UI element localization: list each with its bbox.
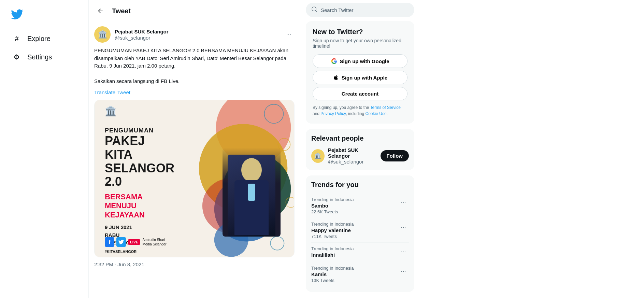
trend-category-1: Trending in Indonesia: [311, 222, 354, 227]
twitter-logo[interactable]: [7, 4, 82, 29]
twitter-bird-icon: [11, 8, 23, 20]
live-badge: LIVE: [128, 239, 140, 245]
poster-person: [223, 148, 281, 237]
relevant-people-box: Relevant people 🏛️ Pejabat SUK Selangor …: [306, 129, 414, 170]
new-to-twitter-box: New to Twitter? Sign up now to get your …: [306, 21, 414, 124]
terms-of-service-link[interactable]: Terms of Service: [370, 105, 401, 110]
cookie-use-link[interactable]: Cookie Use: [366, 111, 387, 116]
tweet-container: 🏛️ Pejabat SUK Selangor @suk_selangor ··…: [89, 22, 300, 271]
page-title: Tweet: [112, 7, 131, 15]
sign-up-apple-label: Sign up with Apple: [342, 75, 387, 81]
author-name: Pejabat SUK Selangor: [115, 28, 169, 35]
person-info: 🏛️ Pejabat SUK Selangor @suk_selangor: [311, 147, 381, 165]
trend-category-0: Trending in Indonesia: [311, 197, 354, 202]
settings-icon: ⚙: [12, 53, 21, 61]
tweet-author-row: 🏛️ Pejabat SUK Selangor @suk_selangor ··…: [94, 26, 295, 43]
main-content: Tweet 🏛️ Pejabat SUK Selangor @suk_selan…: [89, 0, 300, 298]
poster-hashtag: #KITASELANGOR: [105, 250, 137, 254]
trend-item-2: Trending in Indonesia Innalillahi ···: [311, 243, 409, 262]
trend-category-2: Trending in Indonesia: [311, 246, 354, 251]
poster-media-text: Amirudin Shari Media Selangor: [142, 238, 166, 246]
search-input-wrap[interactable]: [306, 3, 414, 17]
create-account-label: Create account: [342, 91, 378, 97]
search-icon: [311, 6, 317, 14]
person-text: Pejabat SUK Selangor @suk_selangor: [328, 147, 381, 165]
trend-name-0[interactable]: Sambo: [311, 203, 354, 209]
poster-bersama: BERSAMA: [105, 193, 203, 201]
relevant-people-title: Relevant people: [311, 134, 409, 142]
trend-name-2[interactable]: Innalillahi: [311, 252, 354, 258]
tweet-timestamp: 2:32 PM · Jun 8, 2021: [94, 257, 295, 267]
left-sidebar: # Explore ⚙ Settings: [0, 0, 89, 298]
poster-bottom-bar: f LIVE Amirudin Shari Media Selangor: [105, 237, 167, 247]
new-to-twitter-title: New to Twitter?: [313, 28, 407, 36]
search-input[interactable]: [321, 7, 409, 13]
poster-text-block: PENGUMUMAN PAKEJ KITA SELANGOR 2.0 BERSA…: [105, 110, 203, 246]
poster-kejayaan: KEJAYAAN: [105, 211, 203, 219]
trends-title: Trends for you: [311, 181, 409, 189]
back-button[interactable]: [94, 5, 106, 17]
trend-more-button-1[interactable]: ···: [398, 222, 409, 232]
poster-pakej: PAKEJ: [105, 134, 203, 148]
back-arrow-icon: [97, 8, 104, 14]
person-name: Pejabat SUK Selangor: [328, 147, 381, 159]
tweet-author-info: 🏛️ Pejabat SUK Selangor @suk_selangor: [94, 26, 169, 43]
sign-up-google-label: Sign up with Google: [340, 58, 389, 64]
poster-pengumuman: PENGUMUMAN: [105, 127, 203, 134]
apple-icon: [333, 74, 339, 81]
right-sidebar: New to Twitter? Sign up now to get your …: [300, 0, 420, 298]
author-handle: @suk_selangor: [115, 35, 169, 41]
tweet-image: 🏛️ PENGUMUMAN PAKEJ KITA SELANGOR 2.0 BE…: [94, 100, 295, 257]
author-text: Pejabat SUK Selangor @suk_selangor: [115, 28, 169, 41]
person-avatar: 🏛️: [311, 149, 325, 163]
trend-more-button-0[interactable]: ···: [398, 197, 409, 208]
person-row: 🏛️ Pejabat SUK Selangor @suk_selangor Fo…: [311, 147, 409, 165]
trend-category-3: Trending in Indonesia: [311, 266, 354, 271]
privacy-policy-link[interactable]: Privacy Policy: [320, 111, 346, 116]
sidebar-item-explore[interactable]: # Explore: [7, 30, 82, 47]
sidebar-item-settings-label: Settings: [27, 53, 52, 61]
trend-name-1[interactable]: Happy Valentine: [311, 227, 354, 233]
follow-button[interactable]: Follow: [381, 150, 409, 161]
sign-up-google-button[interactable]: Sign up with Google: [313, 54, 407, 68]
trend-count-3: 13K Tweets: [311, 278, 354, 283]
poster-menuju: MENUJU: [105, 201, 203, 210]
create-account-button[interactable]: Create account: [313, 87, 407, 100]
tweet-text-line2: Saksikan secara langsung di FB Live.: [94, 77, 295, 85]
poster-seal: 🏛️: [105, 105, 117, 117]
trend-item-3: Trending in Indonesia Kamis 13K Tweets ·…: [311, 262, 409, 286]
poster-image: 🏛️ PENGUMUMAN PAKEJ KITA SELANGOR 2.0 BE…: [95, 100, 294, 257]
translate-tweet-link[interactable]: Translate Tweet: [94, 89, 130, 95]
tweet-header: Tweet: [89, 0, 300, 22]
trend-item-0: Trending in Indonesia Sambo 22.6K Tweets…: [311, 194, 409, 218]
tweet-body: PENGUMUMAN PAKEJ KITA SELANGOR 2.0 BERSA…: [94, 47, 295, 85]
facebook-icon: f: [105, 237, 114, 247]
trend-count-0: 22.6K Tweets: [311, 209, 354, 214]
trend-item-1: Trending in Indonesia Happy Valentine 71…: [311, 218, 409, 243]
twitter-small-icon: [116, 237, 126, 247]
svg-point-6: [270, 236, 284, 250]
sidebar-item-explore-label: Explore: [27, 35, 51, 43]
new-to-twitter-subtitle: Sign up now to get your own personalized…: [313, 38, 407, 49]
terms-text: By signing up, you agree to the Terms of…: [313, 104, 407, 117]
search-bar-container: [306, 0, 414, 21]
tweet-text-line1: PENGUMUMAN PAKEJ KITA SELANGOR 2.0 BERSA…: [94, 47, 295, 70]
poster-kita: KITA SELANGOR: [105, 148, 203, 175]
trend-more-button-3[interactable]: ···: [398, 266, 409, 276]
avatar: 🏛️: [94, 26, 111, 43]
sidebar-item-settings[interactable]: ⚙ Settings: [7, 48, 82, 66]
google-icon: [331, 58, 337, 64]
more-options-button[interactable]: ···: [283, 29, 295, 40]
trend-name-3[interactable]: Kamis: [311, 271, 354, 277]
trend-count-1: 711K Tweets: [311, 234, 354, 239]
person-handle: @suk_selangor: [328, 159, 381, 165]
trends-box: Trends for you Trending in Indonesia Sam…: [306, 175, 414, 292]
explore-icon: #: [12, 34, 21, 43]
trend-more-button-2[interactable]: ···: [398, 246, 409, 257]
sign-up-apple-button[interactable]: Sign up with Apple: [313, 71, 407, 84]
poster-20: 2.0: [105, 175, 203, 188]
